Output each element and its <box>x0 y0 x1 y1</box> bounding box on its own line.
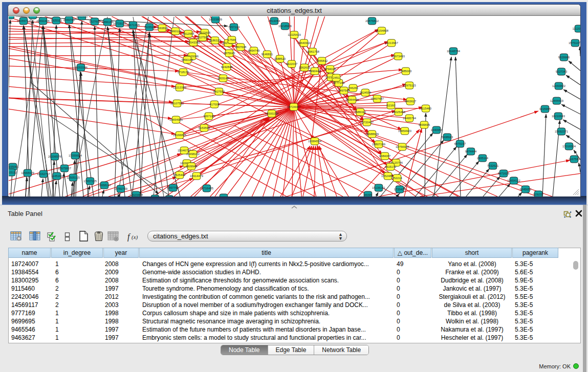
svg-text:9463627: 9463627 <box>405 100 417 103</box>
svg-text:12444419: 12444419 <box>550 99 563 102</box>
svg-text:9245652: 9245652 <box>520 188 532 191</box>
svg-text:10025458: 10025458 <box>392 111 405 114</box>
svg-text:18724007: 18724007 <box>287 105 300 108</box>
svg-text:6879197: 6879197 <box>454 142 466 145</box>
svg-text:15751074: 15751074 <box>569 41 580 45</box>
svg-text:3215955: 3215955 <box>539 107 551 111</box>
svg-text:7357224: 7357224 <box>228 26 240 29</box>
svg-text:16543382: 16543382 <box>187 41 200 44</box>
svg-text:1527602: 1527602 <box>89 20 101 23</box>
svg-text:1615172: 1615172 <box>385 165 397 168</box>
svg-text:62160: 62160 <box>387 104 395 107</box>
svg-text:3624554: 3624554 <box>360 91 372 94</box>
svg-text:5153594: 5153594 <box>199 126 210 129</box>
svg-text:7663822: 7663822 <box>157 27 168 30</box>
svg-text:9327508: 9327508 <box>197 36 209 39</box>
svg-text:7625402: 7625402 <box>174 173 186 177</box>
svg-text:10973493: 10973493 <box>391 55 405 58</box>
svg-text:16914479: 16914479 <box>190 174 203 178</box>
svg-text:8471626: 8471626 <box>498 172 510 175</box>
svg-text:20691406: 20691406 <box>36 19 50 23</box>
svg-text:746266: 746266 <box>348 86 358 90</box>
svg-text:9474444: 9474444 <box>465 150 477 153</box>
svg-text:3915112: 3915112 <box>9 171 17 174</box>
svg-text:29053346: 29053346 <box>74 66 88 69</box>
svg-text:7485003: 7485003 <box>400 70 412 73</box>
svg-text:9146821: 9146821 <box>262 53 273 56</box>
svg-text:9699695: 9699695 <box>419 123 430 126</box>
svg-text:19654985: 19654985 <box>169 118 183 121</box>
svg-text:5938923: 5938923 <box>442 136 453 139</box>
svg-text:18807249: 18807249 <box>372 143 385 146</box>
svg-text:16033809: 16033809 <box>209 18 222 21</box>
svg-text:7515526: 7515526 <box>144 26 156 29</box>
svg-text:2867608: 2867608 <box>235 46 247 49</box>
svg-text:8912954: 8912954 <box>183 32 194 35</box>
svg-text:12923468: 12923468 <box>129 193 143 196</box>
svg-text:19654923: 19654923 <box>398 129 411 133</box>
svg-text:417006: 417006 <box>209 103 219 106</box>
svg-text:14495794: 14495794 <box>403 117 417 120</box>
svg-text:3875645: 3875645 <box>224 52 235 55</box>
svg-text:96095: 96095 <box>364 193 372 196</box>
svg-text:9242848: 9242848 <box>221 65 233 69</box>
svg-text:252214: 252214 <box>392 177 402 180</box>
svg-text:f: f <box>127 232 131 242</box>
svg-text:12505115: 12505115 <box>67 176 79 179</box>
svg-text:1637: 1637 <box>221 196 227 196</box>
svg-text:15720407: 15720407 <box>360 121 374 124</box>
svg-text:1065326: 1065326 <box>76 16 88 18</box>
svg-text:9227343: 9227343 <box>556 70 568 73</box>
svg-text:17359924: 17359924 <box>69 154 82 157</box>
svg-text:11120882: 11120882 <box>573 27 580 30</box>
svg-text:10688609: 10688609 <box>365 133 379 136</box>
svg-text:16154808: 16154808 <box>375 29 388 32</box>
svg-text:12213383: 12213383 <box>173 86 186 89</box>
svg-text:13640910: 13640910 <box>297 41 311 45</box>
svg-text:8960124: 8960124 <box>170 30 182 33</box>
svg-text:19218906: 19218906 <box>278 25 292 28</box>
svg-text:12975115: 12975115 <box>403 84 416 87</box>
svg-text:20364436: 20364436 <box>345 98 359 101</box>
svg-text:1640954: 1640954 <box>431 128 443 132</box>
svg-text:8186323: 8186323 <box>209 39 221 42</box>
svg-text:10719155: 10719155 <box>113 22 126 25</box>
svg-text:(x): (x) <box>132 234 138 240</box>
svg-text:9890169: 9890169 <box>182 58 193 61</box>
svg-text:7955812: 7955812 <box>316 59 328 62</box>
svg-text:16210643: 16210643 <box>552 115 565 118</box>
svg-text:5322037: 5322037 <box>286 62 298 65</box>
svg-text:18107552: 18107552 <box>170 102 184 105</box>
svg-text:12042757: 12042757 <box>37 172 50 176</box>
svg-text:19384554: 19384554 <box>308 140 322 143</box>
svg-text:12093822: 12093822 <box>552 84 565 87</box>
svg-text:2069760: 2069760 <box>63 18 75 21</box>
svg-text:17016504: 17016504 <box>562 145 576 148</box>
svg-text:1674195: 1674195 <box>9 16 16 17</box>
svg-text:9457791: 9457791 <box>167 186 179 189</box>
svg-text:8813054: 8813054 <box>269 19 280 23</box>
svg-text:2451: 2451 <box>333 76 340 79</box>
svg-text:17957225: 17957225 <box>83 180 97 183</box>
svg-text:1925321: 1925321 <box>27 16 39 17</box>
svg-text:14055712: 14055712 <box>17 19 30 23</box>
svg-text:10975867: 10975867 <box>58 167 71 170</box>
svg-text:11325419: 11325419 <box>288 33 300 36</box>
svg-text:20206576: 20206576 <box>48 155 61 158</box>
svg-text:9329966: 9329966 <box>558 56 570 59</box>
svg-text:14498222: 14498222 <box>186 152 200 156</box>
svg-text:929232: 929232 <box>533 193 543 196</box>
svg-text:1588520: 1588520 <box>274 57 286 60</box>
svg-text:1609948: 1609948 <box>186 165 198 168</box>
svg-text:9115460: 9115460 <box>420 107 431 110</box>
svg-text:6466160: 6466160 <box>102 20 114 24</box>
svg-text:10756928: 10756928 <box>396 145 409 148</box>
svg-text:16782759: 16782759 <box>114 187 127 190</box>
svg-text:20876812: 20876812 <box>365 19 379 23</box>
svg-text:2935114: 2935114 <box>477 157 489 160</box>
svg-text:1925321: 1925321 <box>51 19 62 22</box>
svg-text:9794028: 9794028 <box>324 68 336 71</box>
svg-text:1733426: 1733426 <box>394 188 406 191</box>
svg-text:16671355: 16671355 <box>126 24 140 27</box>
svg-text:8427552: 8427552 <box>213 90 225 93</box>
